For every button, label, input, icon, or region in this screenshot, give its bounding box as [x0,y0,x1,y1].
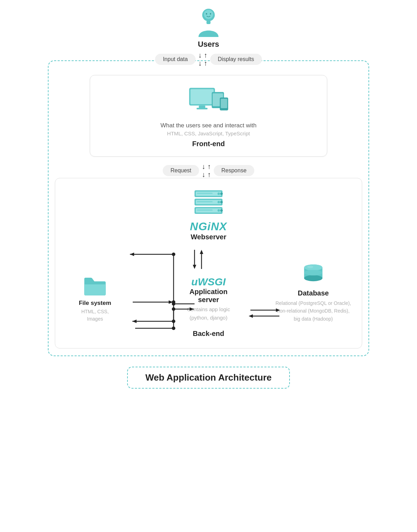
appserver-title: Application server [181,288,236,304]
svg-point-59 [304,275,323,282]
svg-point-11 [217,107,219,108]
input-data-label: Input data [155,54,195,65]
nginx-text: NGiNX [190,220,227,233]
user-icon [193,7,224,38]
diagram-container: Users Input data ↓ ↑ ↓ ↑ Display results [41,7,376,389]
io-arrows: ↓ ↑ ↓ ↑ [198,52,207,67]
request-label: Request [163,165,199,176]
database-icon [301,262,325,286]
uwsgi-brand-label: uWSGI [191,276,226,288]
nginx-brand-label: NGiNX [190,220,227,233]
arrow-down-1: ↓ [198,52,202,59]
frontend-technologies: HTML, CSS, JavaScript, TypeScript [167,130,250,136]
backend-outer-box: NGiNX Webserver [55,178,362,349]
svg-rect-13 [221,99,227,108]
req-arrow-up-1: ↑ [207,163,211,170]
backend-inner-content: NGiNX Webserver [66,189,351,338]
svg-rect-1 [206,21,210,24]
svg-rect-24 [197,201,212,203]
user-label: Users [198,40,219,49]
svg-rect-6 [190,89,213,104]
svg-point-61 [304,270,323,276]
req-res-row: Request ↓ ↑ ↓ ↑ Response [163,163,254,178]
appserver-description: Contains app logic(python, django) [187,305,230,322]
svg-point-22 [218,201,220,203]
server-icon [191,189,226,217]
req-arrow-up-2: ↑ [207,171,211,178]
svg-point-2 [204,10,213,19]
bottom-title-box: Web Application Architecture [127,367,290,389]
svg-point-28 [220,209,223,212]
arrow-up-1: ↑ [204,52,207,59]
response-label: Response [214,165,254,176]
filesystem-title: File system [79,300,111,307]
req-arrow-down-2: ↓ [202,171,205,178]
svg-point-18 [220,193,223,195]
req-arrow-down-1: ↓ [202,163,205,170]
uwsgi-text: uWSGI [191,276,226,287]
svg-point-60 [304,264,323,271]
outer-dashed-box: What the users see and interact with HTM… [48,60,369,356]
display-results-label: Display results [210,54,262,65]
arrow-down-2: ↓ [198,60,202,67]
svg-point-51 [172,327,175,330]
svg-point-23 [220,201,223,203]
filesystem-technologies: HTML, CSS,Images [81,308,109,323]
svg-rect-29 [197,210,212,211]
frontend-description: What the users see and interact with [161,122,257,129]
frontend-title: Front-end [192,140,225,148]
database-description: Relational (PostgreSQL or Oracle), non-r… [275,299,352,323]
svg-rect-8 [197,108,207,110]
diagram-title: Web Application Architecture [145,372,272,383]
filesystem-column: File system HTML, CSS,Images [65,276,125,323]
webserver-label: Webserver [191,233,226,241]
frontend-devices-icon [188,86,229,117]
svg-point-27 [218,209,220,212]
filesystem-icon [83,276,107,297]
svg-point-62 [307,266,314,268]
svg-point-4 [210,13,211,15]
arrow-up-2: ↑ [204,60,207,67]
svg-rect-7 [199,106,205,108]
io-row: Input data ↓ ↑ ↓ ↑ Display results [155,52,262,67]
database-title: Database [298,289,329,297]
database-column: Database Relational (PostgreSQL or Oracl… [275,262,352,323]
svg-point-3 [206,13,207,15]
backend-label: Back-end [193,330,224,338]
svg-point-17 [218,193,220,195]
svg-point-14 [224,109,225,110]
svg-rect-19 [197,193,212,194]
frontend-box: What the users see and interact with HTM… [90,75,327,157]
user-section: Users [193,7,224,52]
